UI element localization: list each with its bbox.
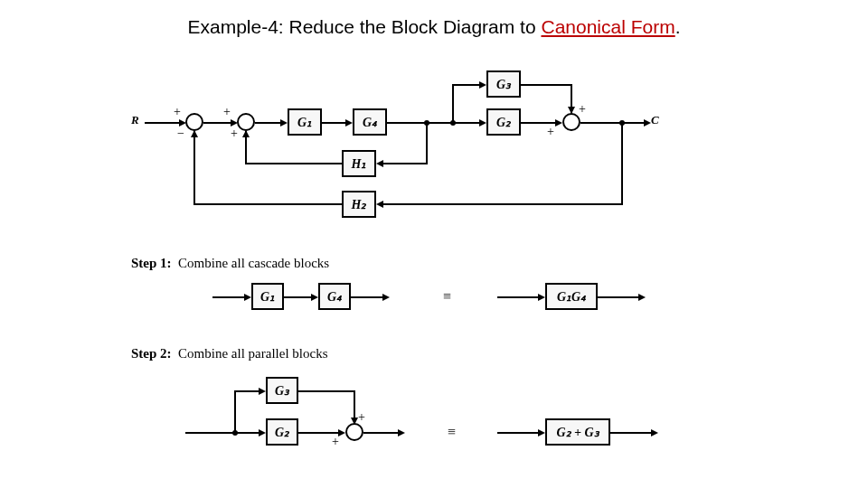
sign-minus: − <box>177 127 184 141</box>
wire <box>298 390 354 392</box>
summing-junction-1 <box>185 113 203 131</box>
block-label: G₃ <box>275 383 289 399</box>
arrow-icon <box>345 119 353 127</box>
equiv-symbol: ≡ <box>443 288 451 305</box>
s1-block-g1g4: G₁G₄ <box>545 283 598 310</box>
wire <box>234 390 236 432</box>
wire <box>298 432 338 434</box>
wire <box>203 122 231 124</box>
sign-plus: + <box>579 102 586 117</box>
arrow-icon <box>555 119 562 127</box>
block-h1: H₁ <box>342 150 376 177</box>
arrow-icon <box>398 429 405 436</box>
arrow-icon <box>311 294 318 301</box>
block-label: G₁ <box>260 289 275 305</box>
wire <box>580 122 644 124</box>
wire <box>185 432 235 434</box>
wire <box>194 203 342 205</box>
block-label: G₁G₄ <box>557 289 586 305</box>
block-label: G₄ <box>327 289 342 305</box>
wire <box>426 122 428 164</box>
wire <box>598 296 638 298</box>
wire <box>497 296 538 298</box>
s1-block-g4: G₄ <box>318 283 351 310</box>
step-1-label: Step 1: Combine all cascade blocks <box>131 256 329 271</box>
s2-block-g3: G₃ <box>266 377 298 404</box>
block-g2: G₂ <box>486 108 521 136</box>
arrow-icon <box>338 429 345 436</box>
step-2-heading: Step 2: <box>131 346 172 361</box>
arrow-icon <box>376 201 383 208</box>
wire <box>387 122 427 124</box>
block-h2: H₂ <box>342 191 376 218</box>
block-label: G₃ <box>496 77 511 92</box>
block-g1: G₁ <box>288 108 322 136</box>
summing-junction-2 <box>237 113 255 131</box>
wire <box>452 84 479 86</box>
s2-block-g2: G₂ <box>266 418 298 446</box>
sign-plus: + <box>223 105 231 119</box>
arrow-icon <box>568 107 575 114</box>
block-label: G₄ <box>363 115 377 130</box>
wire <box>193 131 195 205</box>
wire <box>521 122 555 124</box>
s2-summing-junction <box>345 423 363 441</box>
wire <box>363 432 398 434</box>
block-label: G₂ + G₃ <box>556 425 599 440</box>
wire <box>521 84 571 86</box>
step-1-heading: Step 1: <box>131 256 172 270</box>
wire <box>452 84 454 122</box>
sign-plus: + <box>358 410 365 425</box>
arrow-icon <box>244 294 251 301</box>
sign-plus: + <box>231 127 238 141</box>
block-g4: G₄ <box>353 108 387 136</box>
wire <box>145 122 179 124</box>
arrow-icon <box>479 119 486 127</box>
wire <box>212 296 244 298</box>
block-label: G₂ <box>275 425 289 440</box>
arrow-icon <box>382 294 390 301</box>
wire <box>322 122 345 124</box>
summing-junction-3 <box>562 113 580 131</box>
arrow-icon <box>280 119 288 127</box>
step-2-text: Combine all parallel blocks <box>178 346 327 361</box>
wire <box>284 296 311 298</box>
s2-block-g2-plus-g3: G₂ + G₃ <box>545 418 610 446</box>
equiv-symbol: ≡ <box>448 424 456 440</box>
s1-block-g1: G₁ <box>251 283 284 310</box>
title-highlight: Canonical Form <box>541 16 675 37</box>
sign-plus: + <box>547 125 554 139</box>
arrow-icon <box>644 119 651 127</box>
block-g3: G₃ <box>486 70 521 98</box>
block-label: G₂ <box>496 115 511 130</box>
arrow-icon <box>242 130 250 137</box>
wire <box>234 390 259 392</box>
arrow-icon <box>259 429 266 436</box>
wire <box>497 432 538 434</box>
wire <box>383 203 623 205</box>
arrow-icon <box>259 388 266 395</box>
block-label: G₁ <box>297 115 312 130</box>
block-label: H₂ <box>352 197 367 212</box>
wire <box>383 163 428 164</box>
step-1-text: Combine all cascade blocks <box>178 256 329 270</box>
arrow-icon <box>638 294 646 301</box>
sign-plus: + <box>332 435 339 449</box>
wire <box>610 432 651 434</box>
arrow-icon <box>191 130 198 137</box>
wire <box>351 296 382 298</box>
arrow-icon <box>538 294 545 301</box>
wire <box>621 122 623 205</box>
page-title: Example-4: Reduce the Block Diagram to C… <box>0 16 868 38</box>
arrow-icon <box>376 160 383 167</box>
wire <box>246 163 342 164</box>
sign-plus: + <box>174 105 181 119</box>
step-2-label: Step 2: Combine all parallel blocks <box>131 346 327 361</box>
arrow-icon <box>479 81 486 89</box>
title-suffix: . <box>675 16 681 37</box>
arrow-icon <box>538 429 545 436</box>
block-label: H₁ <box>352 156 367 172</box>
output-label-c: C <box>651 113 659 127</box>
branch-node <box>450 120 456 126</box>
title-prefix: Example-4: Reduce the Block Diagram to <box>187 16 541 37</box>
